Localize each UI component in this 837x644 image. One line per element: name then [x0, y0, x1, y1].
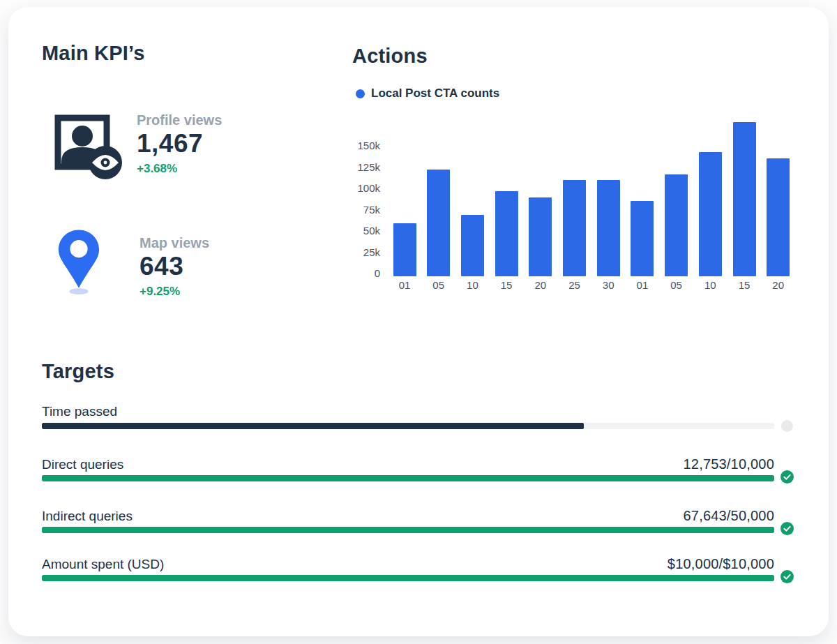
x-tick-label: 25 [558, 279, 591, 292]
x-tick-label: 01 [626, 279, 659, 292]
progress-track [42, 475, 774, 481]
progress-fill [42, 423, 584, 429]
x-tick-label: 15 [727, 279, 761, 292]
main-kpis-title: Main KPI’s [42, 42, 145, 65]
cta-bar[interactable] [631, 201, 654, 276]
x-tick-label: 10 [455, 279, 489, 292]
kpi-change-badge: +9.25% [140, 284, 307, 299]
cta-bar[interactable] [767, 158, 790, 276]
targets-title: Targets [42, 360, 114, 383]
cta-bar[interactable] [563, 180, 586, 276]
y-tick-label: 100k [342, 182, 380, 195]
cta-bar[interactable] [461, 215, 484, 276]
profile-views-icon [53, 113, 123, 184]
cta-bar-chart: 025k50k75k100k125k150k 01051015202530010… [342, 115, 817, 297]
cta-bar[interactable] [495, 191, 518, 276]
cta-bar[interactable] [597, 180, 620, 276]
dashboard-card: Main KPI’s Profile views 1,467 +3.68% Ma… [8, 7, 829, 636]
cta-bar[interactable] [699, 152, 722, 276]
x-tick-label: 05 [660, 279, 693, 292]
kpi-map-views: Map views 643 +9.25% [140, 235, 307, 299]
legend-dot-icon [356, 89, 365, 98]
target-label: Amount spent (USD) [42, 556, 164, 573]
progress-fill [42, 527, 774, 533]
target-value: 67,643/50,000 [683, 507, 774, 524]
progress-track [42, 423, 774, 429]
target-label: Indirect queries [42, 508, 133, 525]
kpi-label: Profile views [137, 112, 304, 128]
target-label: Direct queries [42, 456, 123, 473]
kpi-value: 1,467 [137, 129, 304, 158]
y-tick-label: 25k [342, 246, 380, 259]
legend-label: Local Post CTA counts [371, 87, 499, 100]
check-circle-icon [781, 470, 794, 484]
progress-fill [42, 475, 774, 481]
x-tick-label: 30 [591, 279, 625, 292]
x-tick-label: 10 [693, 279, 727, 292]
cta-bar[interactable] [733, 122, 756, 276]
x-tick-label: 01 [388, 279, 421, 292]
target-row-indirect-queries: Indirect queries 67,643/50,000 [42, 507, 774, 533]
x-tick-label: 15 [490, 279, 523, 292]
x-tick-label: 05 [422, 279, 455, 292]
target-row-time-passed: Time passed [42, 403, 774, 429]
check-circle-icon [781, 570, 794, 583]
progress-endcap-dot-icon [781, 420, 793, 432]
cta-bar[interactable] [393, 223, 416, 276]
kpi-value: 643 [140, 252, 307, 281]
target-row-amount-spent: Amount spent (USD) $10,000/$10,000 [42, 555, 774, 581]
actions-title: Actions [352, 45, 428, 68]
cta-bar[interactable] [529, 197, 552, 276]
target-label: Time passed [42, 403, 117, 420]
progress-track [42, 527, 774, 533]
target-row-direct-queries: Direct queries 12,753/10,000 [42, 456, 774, 481]
y-tick-label: 125k [342, 161, 380, 174]
y-tick-label: 150k [342, 140, 380, 152]
progress-track [42, 575, 774, 581]
cta-bar[interactable] [665, 174, 688, 276]
progress-fill [42, 575, 774, 581]
map-pin-icon [57, 228, 100, 297]
target-value: 12,753/10,000 [683, 456, 774, 472]
y-tick-label: 50k [342, 225, 380, 237]
x-tick-label: 20 [524, 279, 557, 292]
y-tick-label: 75k [342, 204, 380, 216]
check-circle-icon [781, 522, 794, 535]
target-value: $10,000/$10,000 [668, 555, 774, 572]
kpi-profile-views: Profile views 1,467 +3.68% [137, 112, 304, 177]
chart-legend: Local Post CTA counts [356, 85, 499, 102]
x-tick-label: 20 [762, 279, 795, 292]
cta-bar[interactable] [427, 170, 450, 276]
y-tick-label: 0 [342, 267, 380, 280]
kpi-change-badge: +3.68% [137, 161, 304, 177]
kpi-label: Map views [140, 235, 307, 250]
